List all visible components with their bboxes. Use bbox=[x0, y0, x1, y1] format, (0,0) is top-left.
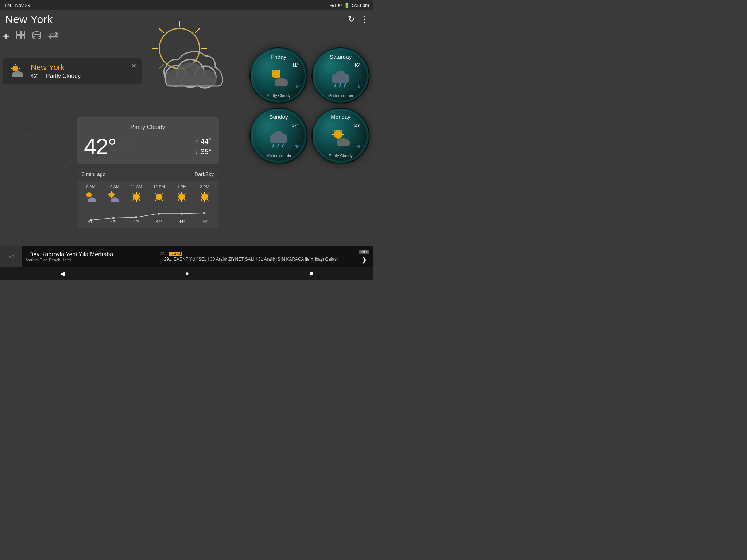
svg-point-119 bbox=[279, 134, 287, 142]
svg-rect-46 bbox=[88, 200, 96, 202]
svg-line-80 bbox=[184, 199, 185, 201]
svg-point-47 bbox=[109, 192, 114, 197]
hourly-icon-5 bbox=[195, 191, 214, 204]
lo-temp: 35° bbox=[201, 148, 212, 156]
svg-point-94 bbox=[135, 216, 137, 218]
forecast-monday-condition: Partly Cloudy bbox=[329, 153, 352, 158]
svg-line-104 bbox=[279, 77, 280, 78]
recents-button[interactable]: ■ bbox=[310, 270, 313, 277]
svg-point-0 bbox=[23, 121, 36, 134]
forecast-saturday-day: Saturday bbox=[330, 54, 352, 60]
location-info: New York 42° Partly Cloudy bbox=[31, 63, 127, 79]
ad-label[interactable]: Ad ▾ bbox=[359, 250, 369, 254]
svg-point-106 bbox=[278, 78, 285, 85]
svg-point-108 bbox=[282, 79, 288, 85]
svg-rect-37 bbox=[166, 76, 217, 86]
svg-point-98 bbox=[272, 70, 280, 78]
weather-detail-card: Partly Cloudy 42° ↑ 44° ↓ 35° bbox=[77, 117, 219, 164]
forecast-saturday-icon bbox=[328, 66, 353, 90]
hourly-label-4: 1 PM bbox=[172, 184, 191, 189]
ad-test-label: 29... bbox=[160, 252, 167, 256]
svg-line-88 bbox=[201, 193, 202, 194]
svg-rect-8 bbox=[21, 35, 25, 39]
update-bar: 0 min. ago DarkSky bbox=[77, 168, 219, 180]
menu-button[interactable]: ⋮ bbox=[360, 15, 368, 24]
svg-point-10 bbox=[33, 36, 41, 39]
hourly-temps-graph: 41° 42° 42° 44° 44° 44° bbox=[80, 206, 216, 225]
svg-line-89 bbox=[207, 199, 208, 201]
svg-point-65 bbox=[156, 194, 162, 200]
swap-icon[interactable] bbox=[48, 31, 58, 42]
svg-point-118 bbox=[270, 134, 278, 142]
svg-line-123 bbox=[282, 144, 283, 147]
hourly-labels: 9 AM 10 AM 11 AM 12 PM 1 PM 2 PM bbox=[80, 184, 216, 189]
location-weather-icon bbox=[8, 62, 26, 80]
forecast-monday-icon bbox=[328, 126, 353, 149]
weather-main-temp: 42° bbox=[84, 133, 116, 159]
ad-right-text: 29... EVENT YÜKSEL I 30 Aralık ZİYNET SA… bbox=[160, 257, 352, 262]
forecast-saturday-hi: 46° bbox=[353, 62, 361, 68]
location-condition: Partly Cloudy bbox=[46, 73, 81, 79]
svg-line-79 bbox=[178, 193, 179, 194]
forecast-saturday: Saturday 46° 33° Moderate rain bbox=[311, 47, 370, 104]
svg-line-122 bbox=[278, 144, 279, 147]
forecast-sunday-day: Sunday bbox=[270, 114, 288, 120]
svg-point-131 bbox=[337, 139, 342, 145]
hourly-temp-1: 42° bbox=[104, 219, 123, 224]
svg-line-27 bbox=[159, 28, 164, 33]
svg-line-29 bbox=[195, 28, 200, 33]
svg-point-9 bbox=[33, 32, 41, 35]
toolbar: + bbox=[3, 30, 58, 42]
arrow-up-icon: ↑ bbox=[195, 137, 198, 145]
svg-line-91 bbox=[201, 199, 202, 201]
svg-line-81 bbox=[184, 193, 185, 194]
update-source: DarkSky bbox=[194, 171, 214, 177]
svg-line-114 bbox=[335, 84, 336, 87]
svg-point-107 bbox=[275, 79, 280, 85]
status-bar: Thu, Nov 29 %100 🔋 5:33 pm bbox=[0, 0, 374, 10]
forecast-saturday-lo: 33° bbox=[356, 83, 364, 89]
hourly-icon-4 bbox=[172, 191, 191, 204]
battery-level: %100 bbox=[330, 3, 342, 8]
svg-rect-55 bbox=[111, 200, 119, 202]
location-name: New York bbox=[31, 63, 127, 72]
add-icon[interactable]: + bbox=[3, 30, 9, 42]
forecast-friday: Friday 41° 32° Partly Cloudy bbox=[249, 47, 308, 104]
weather-temp-row: 42° ↑ 44° ↓ 35° bbox=[84, 133, 212, 159]
svg-line-90 bbox=[207, 193, 208, 194]
svg-rect-7 bbox=[17, 35, 20, 39]
home-button[interactable]: ● bbox=[185, 270, 189, 277]
list-icon[interactable] bbox=[32, 31, 42, 42]
svg-point-95 bbox=[158, 213, 160, 215]
ad-controls: Ad ▾ ❯ bbox=[355, 250, 374, 264]
weather-condition: Partly Cloudy bbox=[84, 124, 212, 131]
arrow-down-icon: ↓ bbox=[195, 148, 198, 156]
hourly-icon-3 bbox=[150, 191, 169, 204]
ad-main-text: Dev Kadroyla Yeni Yıla Merhaba bbox=[26, 251, 153, 258]
svg-point-22 bbox=[159, 28, 200, 69]
location-temp: 42° bbox=[31, 73, 39, 79]
main-weather-icon bbox=[136, 18, 238, 98]
forecast-friday-condition: Partly Cloudy bbox=[267, 93, 290, 98]
ad-next-button[interactable]: ❯ bbox=[358, 256, 371, 264]
svg-rect-113 bbox=[332, 78, 349, 83]
svg-point-83 bbox=[201, 194, 208, 200]
hourly-label-5: 2 PM bbox=[195, 184, 214, 189]
refresh-button[interactable]: ↻ bbox=[348, 15, 355, 24]
forecast-monday-hi: 55° bbox=[353, 122, 361, 128]
location-card: New York 42° Partly Cloudy ✕ bbox=[3, 58, 142, 84]
ad-banner-image: IMG bbox=[0, 246, 22, 267]
grid-icon[interactable] bbox=[16, 30, 26, 42]
weather-hi: ↑ 44° bbox=[195, 137, 212, 145]
svg-line-71 bbox=[162, 199, 163, 201]
back-button[interactable]: ◀ bbox=[60, 270, 65, 277]
svg-rect-21 bbox=[12, 74, 23, 77]
forecast-sunday-condition: Moderate rain bbox=[266, 153, 291, 158]
forecast-monday-lo: 39° bbox=[356, 144, 364, 149]
svg-rect-6 bbox=[21, 31, 25, 35]
svg-point-111 bbox=[332, 74, 340, 82]
forecast-monday-day: Monday bbox=[331, 114, 350, 120]
forecast-friday-lo: 32° bbox=[294, 83, 302, 89]
svg-line-72 bbox=[162, 193, 163, 194]
hourly-label-2: 11 AM bbox=[127, 184, 146, 189]
